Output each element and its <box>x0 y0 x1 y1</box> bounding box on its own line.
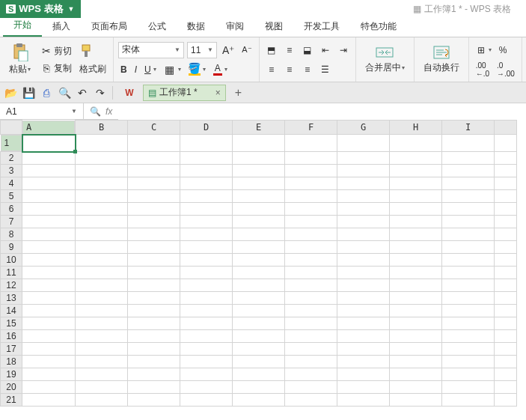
align-left-button[interactable]: ≡ <box>264 63 279 76</box>
cell[interactable] <box>22 305 76 317</box>
print-button[interactable]: ⎙ <box>39 85 54 100</box>
cell[interactable] <box>22 165 76 177</box>
cell[interactable] <box>442 216 495 228</box>
cell[interactable] <box>390 254 442 267</box>
cell[interactable] <box>22 330 76 343</box>
cell[interactable] <box>128 292 180 305</box>
cell[interactable] <box>390 305 442 317</box>
row-header-9[interactable]: 9 <box>1 241 22 254</box>
cell[interactable] <box>285 241 337 254</box>
row-header-15[interactable]: 15 <box>1 317 22 330</box>
row-header-1[interactable]: 1 <box>1 135 22 151</box>
cell[interactable] <box>337 190 390 203</box>
cell[interactable] <box>128 356 180 368</box>
column-header-B[interactable]: B <box>76 121 128 135</box>
cell[interactable] <box>180 203 233 216</box>
cell[interactable] <box>233 165 285 177</box>
cell[interactable] <box>22 135 76 152</box>
redo-button[interactable]: ↷ <box>93 85 108 100</box>
cell[interactable] <box>128 190 180 203</box>
decrease-decimal-button[interactable]: .0→.00 <box>495 60 517 79</box>
column-header[interactable] <box>495 121 517 135</box>
cell[interactable] <box>128 305 180 317</box>
cell[interactable] <box>76 330 128 343</box>
cell[interactable] <box>285 228 337 241</box>
cell[interactable] <box>22 317 76 330</box>
cell[interactable] <box>128 135 180 152</box>
cell[interactable] <box>390 381 442 394</box>
cell[interactable] <box>442 165 495 177</box>
cell[interactable] <box>495 165 517 177</box>
align-right-button[interactable]: ≡ <box>300 63 315 76</box>
cell[interactable] <box>180 368 233 381</box>
cell[interactable] <box>495 228 517 241</box>
cell[interactable] <box>390 343 442 356</box>
cell[interactable] <box>495 279 517 292</box>
cell[interactable] <box>233 177 285 190</box>
cell[interactable] <box>233 135 285 152</box>
close-tab-button[interactable]: × <box>215 88 221 98</box>
cell[interactable] <box>180 279 233 292</box>
cell[interactable] <box>337 343 390 356</box>
cell[interactable] <box>495 368 517 381</box>
cell[interactable] <box>495 203 517 216</box>
menu-tab-5[interactable]: 审阅 <box>215 16 254 37</box>
cell[interactable] <box>128 394 180 407</box>
cell[interactable] <box>22 267 76 279</box>
cell[interactable] <box>390 330 442 343</box>
cell[interactable] <box>128 177 180 190</box>
cell[interactable] <box>180 135 233 152</box>
cell[interactable] <box>285 394 337 407</box>
cell[interactable] <box>128 216 180 228</box>
cell[interactable] <box>180 292 233 305</box>
align-top-button[interactable]: ⬒ <box>264 43 279 57</box>
cell[interactable] <box>76 267 128 279</box>
cell[interactable] <box>180 394 233 407</box>
row-header-7[interactable]: 7 <box>1 216 22 228</box>
document-tab[interactable]: ▤ 工作簿1 * × <box>143 85 226 101</box>
cell[interactable] <box>337 279 390 292</box>
menu-tab-3[interactable]: 公式 <box>138 16 177 37</box>
increase-indent-button[interactable]: ⇥ <box>336 43 351 57</box>
cell[interactable] <box>285 305 337 317</box>
cell[interactable] <box>495 394 517 407</box>
wps-home-tab[interactable]: W <box>122 85 137 100</box>
cell[interactable] <box>390 394 442 407</box>
cell[interactable] <box>337 292 390 305</box>
cell[interactable] <box>285 330 337 343</box>
cell[interactable] <box>76 241 128 254</box>
cell[interactable] <box>442 254 495 267</box>
cell[interactable] <box>76 394 128 407</box>
cell[interactable] <box>442 267 495 279</box>
cell[interactable] <box>442 381 495 394</box>
cell[interactable] <box>442 394 495 407</box>
cell[interactable] <box>337 241 390 254</box>
menu-tab-4[interactable]: 数据 <box>177 16 215 37</box>
cell[interactable] <box>285 190 337 203</box>
cell[interactable] <box>233 267 285 279</box>
spreadsheet-grid[interactable]: ABCDEFGHI1234567891011121314151617181920… <box>0 120 526 407</box>
cell[interactable] <box>285 203 337 216</box>
cell[interactable] <box>76 203 128 216</box>
wrap-text-button[interactable]: 自动换行 <box>419 40 464 79</box>
font-name-select[interactable]: 宋体▼ <box>118 42 184 58</box>
cell[interactable] <box>285 152 337 165</box>
row-header-20[interactable]: 20 <box>1 381 22 394</box>
cell[interactable] <box>495 190 517 203</box>
cell[interactable] <box>180 152 233 165</box>
new-tab-button[interactable]: + <box>235 86 242 100</box>
cell[interactable] <box>128 381 180 394</box>
cell[interactable] <box>76 279 128 292</box>
cell[interactable] <box>390 177 442 190</box>
cell[interactable] <box>390 356 442 368</box>
cell[interactable] <box>495 317 517 330</box>
cell[interactable] <box>128 254 180 267</box>
cell[interactable] <box>128 165 180 177</box>
cell[interactable] <box>233 254 285 267</box>
column-header-F[interactable]: F <box>285 121 337 135</box>
cell[interactable] <box>442 203 495 216</box>
cell[interactable] <box>495 305 517 317</box>
cell[interactable] <box>285 267 337 279</box>
cell[interactable] <box>233 216 285 228</box>
save-button[interactable]: 💾 <box>21 85 36 100</box>
